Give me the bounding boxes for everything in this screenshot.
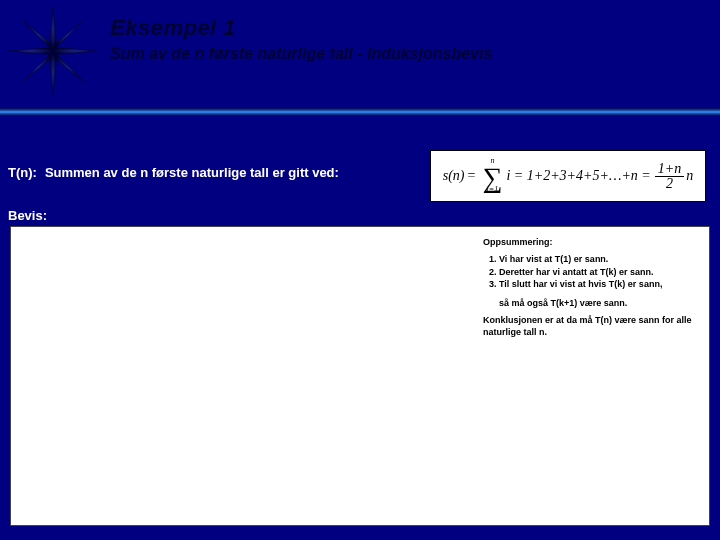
svg-marker-5 — [53, 51, 85, 83]
summary-item: Til slutt har vi vist at hvis T(k) er sa… — [499, 279, 699, 290]
formula-fraction: 1+n 2 — [655, 162, 684, 191]
theorem-label: T(n): — [8, 165, 37, 180]
summary-conclusion: Konklusjonen er at da må T(n) være sann … — [483, 315, 699, 338]
slide-header: Eksempel 1 Sum av de n første naturlige … — [110, 15, 492, 63]
summary-panel: Oppsummering: Vi har vist at T(1) er san… — [483, 237, 699, 338]
summary-item: Vi har vist at T(1) er sann. — [499, 254, 699, 265]
summary-item-extra: så må også T(k+1) være sann. — [499, 298, 699, 309]
divider-bar — [0, 108, 720, 116]
slide-title: Eksempel 1 — [110, 15, 492, 41]
svg-marker-6 — [22, 51, 54, 83]
svg-marker-3 — [8, 47, 53, 54]
formula-trail: n — [686, 168, 693, 184]
formula-mid: i = 1+2+3+4+5+…+n = — [506, 168, 650, 184]
summary-list: Vi har vist at T(1) er sann. Deretter ha… — [499, 254, 699, 290]
summary-heading: Oppsummering: — [483, 237, 699, 248]
theorem-text: Summen av de n første naturlige tall er … — [45, 165, 339, 180]
slide-subtitle: Sum av de n første naturlige tall - Indu… — [110, 45, 492, 63]
proof-area: Oppsummering: Vi har vist at T(1) er san… — [10, 226, 710, 526]
formula-box: s(n) = n ∑ i=1 i = 1+2+3+4+5+…+n = 1+n 2… — [430, 150, 706, 202]
summary-item: Deretter har vi antatt at T(k) er sann. — [499, 267, 699, 278]
formula-lhs: s(n) — [443, 168, 465, 184]
sigma-icon: n ∑ i=1 — [480, 158, 504, 193]
svg-marker-1 — [53, 47, 98, 54]
star-icon — [8, 6, 98, 96]
proof-label: Bevis: — [8, 208, 47, 223]
svg-marker-7 — [22, 20, 54, 52]
theorem-row: T(n): Summen av de n første naturlige ta… — [8, 165, 339, 180]
svg-marker-4 — [53, 20, 85, 52]
